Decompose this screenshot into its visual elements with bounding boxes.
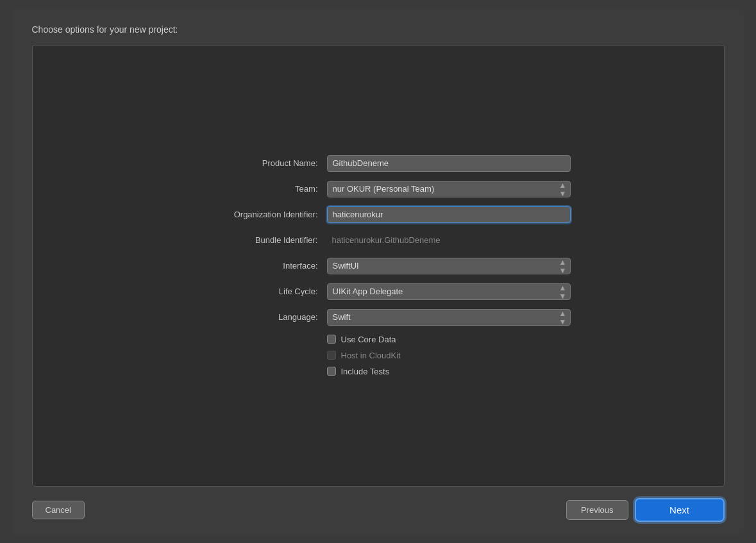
next-button[interactable]: Next [635,498,725,522]
include-tests-label: Include Tests [341,367,390,376]
form-container: Product Name: Team: nur OKUR (Personal T… [186,155,571,376]
language-row: Language: Swift Objective-C ▲ ▼ [186,309,571,326]
team-row: Team: nur OKUR (Personal Team) None ▲ ▼ [186,181,571,197]
host-in-cloudkit-checkbox[interactable] [327,351,336,360]
language-select-wrapper: Swift Objective-C ▲ ▼ [327,309,571,326]
product-name-input[interactable] [327,155,571,172]
bundle-identifier-input [327,232,571,249]
previous-button[interactable]: Previous [566,500,628,520]
product-name-row: Product Name: [186,155,571,172]
interface-label: Interface: [186,261,327,271]
use-core-data-row: Use Core Data [327,335,571,344]
language-select[interactable]: Swift Objective-C [327,309,571,326]
checkbox-group: Use Core Data Host in CloudKit Include T… [186,335,571,376]
cancel-button[interactable]: Cancel [32,501,85,519]
dialog-container: Choose options for your new project: Pro… [13,9,744,535]
lifecycle-select[interactable]: UIKit App Delegate SwiftUI App [327,283,571,300]
host-in-cloudkit-row: Host in CloudKit [327,351,571,360]
include-tests-row: Include Tests [327,367,571,376]
dialog-footer: Cancel Previous Next [32,498,725,522]
use-core-data-label: Use Core Data [341,335,396,344]
lifecycle-row: Life Cycle: UIKit App Delegate SwiftUI A… [186,283,571,300]
bundle-identifier-label: Bundle Identifier: [186,235,327,245]
dialog-content-area: Product Name: Team: nur OKUR (Personal T… [32,45,725,487]
use-core-data-checkbox[interactable] [327,335,336,344]
footer-right-buttons: Previous Next [566,498,725,522]
host-in-cloudkit-label: Host in CloudKit [341,351,401,360]
lifecycle-label: Life Cycle: [186,287,327,296]
org-identifier-label: Organization Identifier: [186,210,327,219]
interface-row: Interface: SwiftUI Storyboard ▲ ▼ [186,258,571,274]
product-name-label: Product Name: [186,158,327,168]
interface-select-wrapper: SwiftUI Storyboard ▲ ▼ [327,258,571,274]
org-identifier-input[interactable] [327,206,571,223]
dialog-title: Choose options for your new project: [32,24,725,35]
org-identifier-row: Organization Identifier: [186,206,571,223]
language-label: Language: [186,312,327,322]
team-select-wrapper: nur OKUR (Personal Team) None ▲ ▼ [327,181,571,197]
lifecycle-select-wrapper: UIKit App Delegate SwiftUI App ▲ ▼ [327,283,571,300]
team-label: Team: [186,184,327,194]
include-tests-checkbox[interactable] [327,367,336,376]
team-select[interactable]: nur OKUR (Personal Team) None [327,181,571,197]
bundle-identifier-row: Bundle Identifier: [186,232,571,249]
interface-select[interactable]: SwiftUI Storyboard [327,258,571,274]
